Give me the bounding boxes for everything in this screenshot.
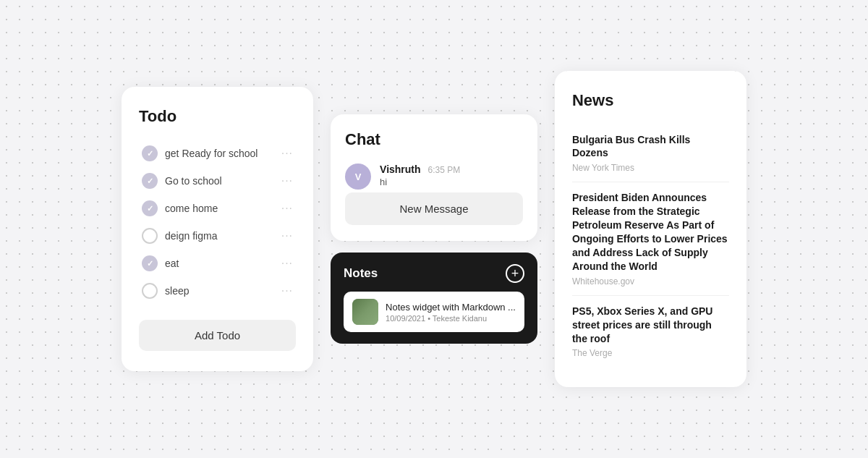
news-headline: PS5, Xbox Series X, and GPU street price… (572, 305, 729, 346)
checked-icon[interactable] (142, 173, 158, 189)
todo-item[interactable]: Go to school··· (139, 168, 296, 194)
checked-icon[interactable] (142, 255, 158, 271)
add-todo-button[interactable]: Add Todo (139, 320, 296, 351)
news-card: News Bulgaria Bus Crash Kills DozensNew … (555, 71, 746, 388)
news-source: New York Times (572, 163, 729, 173)
note-meta: 10/09/2021 • Tekeste Kidanu (386, 314, 516, 323)
note-text: Notes widget with Markdown ... (386, 302, 516, 313)
checked-icon[interactable] (142, 200, 158, 216)
chat-time: 6:35 PM (428, 165, 461, 175)
chat-card: Chat V Vishruth 6:35 PM hi New Message (331, 114, 537, 241)
news-source: The Verge (572, 348, 729, 358)
todo-list: get Ready for school···Go to school···co… (139, 140, 296, 304)
notes-header: Notes + (344, 264, 524, 283)
todo-item-menu-icon[interactable]: ··· (281, 257, 293, 270)
unchecked-icon[interactable] (142, 228, 158, 244)
news-item[interactable]: Bulgaria Bus Crash Kills DozensNew York … (572, 124, 729, 183)
chat-message-row: V Vishruth 6:35 PM hi (345, 164, 523, 190)
notes-card: Notes + Notes widget with Markdown ... 1… (331, 253, 537, 344)
todo-item-text: sleep (165, 285, 274, 297)
note-info: Notes widget with Markdown ... 10/09/202… (386, 302, 516, 323)
avatar: V (345, 164, 371, 190)
chat-content: Vishruth 6:35 PM hi (380, 164, 523, 187)
note-thumb-image (352, 299, 378, 325)
todo-item-text: eat (165, 258, 274, 269)
todo-title: Todo (139, 107, 296, 126)
todo-item[interactable]: get Ready for school··· (139, 140, 296, 166)
todo-item-menu-icon[interactable]: ··· (281, 202, 293, 215)
todo-item-menu-icon[interactable]: ··· (281, 147, 293, 160)
chat-sender-name: Vishruth (380, 164, 421, 175)
todo-item-menu-icon[interactable]: ··· (281, 284, 293, 297)
checked-icon[interactable] (142, 145, 158, 161)
chat-name-row: Vishruth 6:35 PM (380, 164, 523, 175)
chat-message-text: hi (380, 177, 523, 187)
news-item[interactable]: President Biden Announces Release from t… (572, 182, 729, 295)
todo-item[interactable]: sleep··· (139, 278, 296, 304)
unchecked-icon[interactable] (142, 283, 158, 299)
news-headline: Bulgaria Bus Crash Kills Dozens (572, 133, 729, 161)
todo-item[interactable]: deign figma··· (139, 223, 296, 249)
todo-item-menu-icon[interactable]: ··· (281, 229, 293, 242)
news-title: News (572, 91, 729, 110)
todo-item-text: get Ready for school (165, 148, 274, 159)
note-thumbnail (352, 299, 378, 325)
news-item[interactable]: PS5, Xbox Series X, and GPU street price… (572, 296, 729, 368)
todo-card: Todo get Ready for school···Go to school… (122, 87, 313, 371)
notes-add-button[interactable]: + (506, 264, 524, 283)
todo-item-text: deign figma (165, 230, 274, 242)
news-list: Bulgaria Bus Crash Kills DozensNew York … (572, 124, 729, 368)
news-source: Whitehouse.gov (572, 276, 729, 287)
todo-item[interactable]: come home··· (139, 195, 296, 221)
todo-item-text: Go to school (165, 175, 274, 187)
news-headline: President Biden Announces Release from t… (572, 191, 729, 273)
new-message-button[interactable]: New Message (345, 192, 523, 225)
todo-item-menu-icon[interactable]: ··· (281, 174, 293, 187)
todo-item-text: come home (165, 203, 274, 214)
note-item[interactable]: Notes widget with Markdown ... 10/09/202… (344, 292, 524, 332)
chat-notes-column: Chat V Vishruth 6:35 PM hi New Message N… (331, 114, 537, 344)
notes-title: Notes (344, 266, 378, 281)
todo-item[interactable]: eat··· (139, 250, 296, 276)
chat-title: Chat (345, 130, 523, 149)
